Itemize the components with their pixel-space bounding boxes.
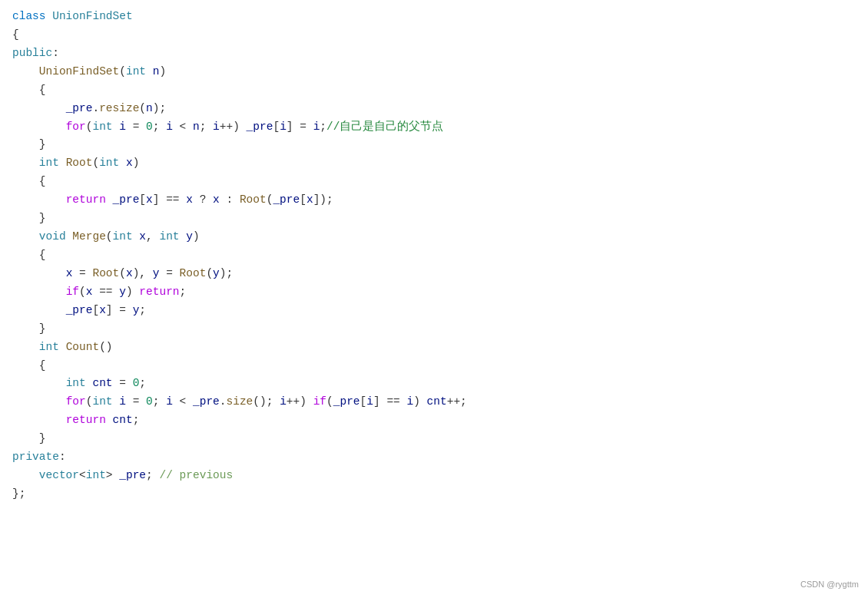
code-line-25: private:: [12, 448, 856, 467]
code-line-4: UnionFindSet(int n): [12, 63, 856, 81]
code-line-22: for(int i = 0; i < _pre.size(); i++) if(…: [12, 393, 856, 411]
code-line-26: vector<int> _pre; // previous: [12, 467, 856, 485]
code-line-11: return _pre[x] == x ? x : Root(_pre[x]);: [12, 191, 856, 210]
code-line-21: int cnt = 0;: [12, 375, 856, 393]
code-line-6: _pre.resize(n);: [12, 100, 856, 118]
code-line-20: {: [12, 357, 856, 375]
code-line-1: class UnionFindSet: [12, 8, 856, 26]
code-line-19: int Count(): [12, 339, 856, 357]
code-line-8: }: [12, 136, 856, 154]
code-line-3: public:: [12, 45, 856, 63]
code-line-16: if(x == y) return;: [12, 283, 856, 302]
code-line-18: }: [12, 320, 856, 339]
code-line-17: _pre[x] = y;: [12, 302, 856, 320]
code-line-27: };: [12, 485, 856, 504]
code-line-7: for(int i = 0; i < n; i++) _pre[i] = i;/…: [12, 118, 856, 137]
code-line-15: x = Root(x), y = Root(y);: [12, 265, 856, 283]
code-line-5: {: [12, 81, 856, 100]
watermark: CSDN @rygttm: [800, 578, 859, 592]
code-line-12: }: [12, 210, 856, 228]
code-line-14: {: [12, 246, 856, 265]
code-line-23: return cnt;: [12, 411, 856, 430]
code-line-13: void Merge(int x, int y): [12, 228, 856, 246]
code-line-10: {: [12, 173, 856, 191]
code-viewer: class UnionFindSet { public: UnionFindSe…: [0, 0, 868, 598]
code-line-24: }: [12, 430, 856, 448]
code-line-9: int Root(int x): [12, 154, 856, 173]
code-line-2: {: [12, 26, 856, 45]
